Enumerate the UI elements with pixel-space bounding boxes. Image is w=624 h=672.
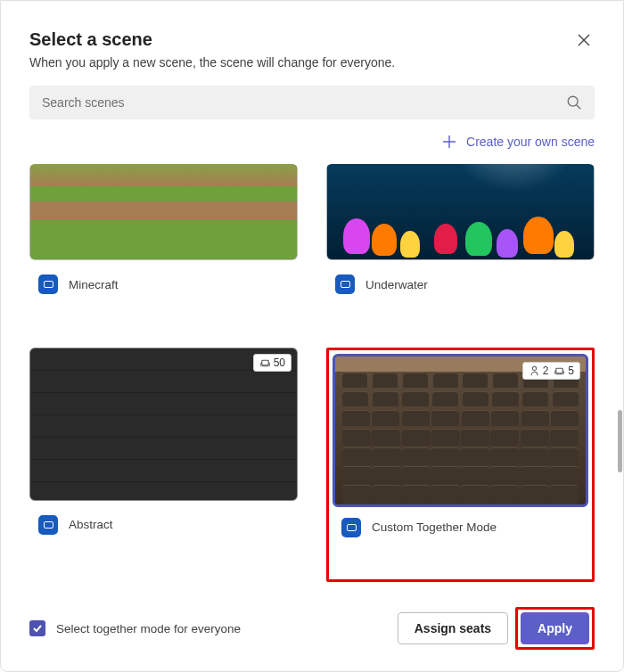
person-icon (529, 365, 540, 376)
dialog-subtitle: When you apply a new scene, the scene wi… (29, 55, 395, 70)
svg-rect-5 (556, 368, 562, 373)
scene-thumbnail: 50 (29, 348, 298, 501)
scene-thumbnail: 10 (326, 164, 595, 260)
dialog-title: Select a scene (29, 29, 395, 50)
checkbox-label: Select together mode for everyone (56, 622, 241, 635)
search-box[interactable] (29, 86, 595, 119)
scene-type-icon (38, 515, 58, 535)
assign-seats-button[interactable]: Assign seats (398, 612, 508, 644)
capacity-badge: 2 5 (522, 362, 580, 380)
scene-name: Minecraft (69, 278, 119, 291)
apply-button[interactable]: Apply (521, 612, 589, 644)
scene-card-abstract[interactable]: 50 Abstract (29, 348, 298, 583)
search-icon (566, 94, 582, 111)
create-scene-label: Create your own scene (466, 135, 595, 149)
plus-icon (441, 134, 457, 150)
highlight-annotation: Apply (515, 607, 595, 650)
svg-point-0 (568, 96, 578, 106)
scene-type-icon (38, 275, 58, 294)
scene-thumbnail: 14 (29, 164, 298, 260)
highlight-annotation: 2 5 Custom Together Mode (326, 348, 595, 583)
close-icon (577, 33, 591, 47)
scene-card-custom-together[interactable]: 2 5 Custom Together Mode (333, 354, 588, 537)
dialog-header: Select a scene When you apply a new scen… (29, 29, 595, 86)
search-input[interactable] (42, 95, 566, 110)
scene-name: Abstract (69, 518, 113, 531)
svg-point-4 (532, 366, 536, 370)
together-mode-checkbox[interactable]: Select together mode for everyone (29, 620, 241, 636)
seat-icon (259, 357, 271, 368)
capacity-badge: 50 (253, 354, 291, 372)
dialog-footer: Select together mode for everyone Assign… (29, 607, 595, 650)
scene-selector-dialog: Select a scene When you apply a new scen… (0, 0, 624, 672)
scene-grid: 14 Minecraft (29, 164, 595, 582)
svg-rect-3 (261, 360, 267, 365)
checkbox-checked-icon (29, 620, 45, 636)
scene-name: Underwater (365, 278, 428, 291)
scene-card-minecraft[interactable]: 14 Minecraft (29, 164, 298, 333)
seat-icon (554, 365, 565, 376)
scene-thumbnail: 2 5 (333, 354, 588, 507)
scrollbar[interactable] (618, 410, 622, 472)
scene-type-icon (335, 275, 355, 294)
create-scene-link[interactable]: Create your own scene (441, 134, 595, 150)
scene-type-icon (341, 518, 361, 537)
close-button[interactable] (573, 29, 595, 53)
scene-card-underwater[interactable]: 10 Underwater (326, 164, 595, 333)
scene-name: Custom Together Mode (372, 520, 497, 534)
